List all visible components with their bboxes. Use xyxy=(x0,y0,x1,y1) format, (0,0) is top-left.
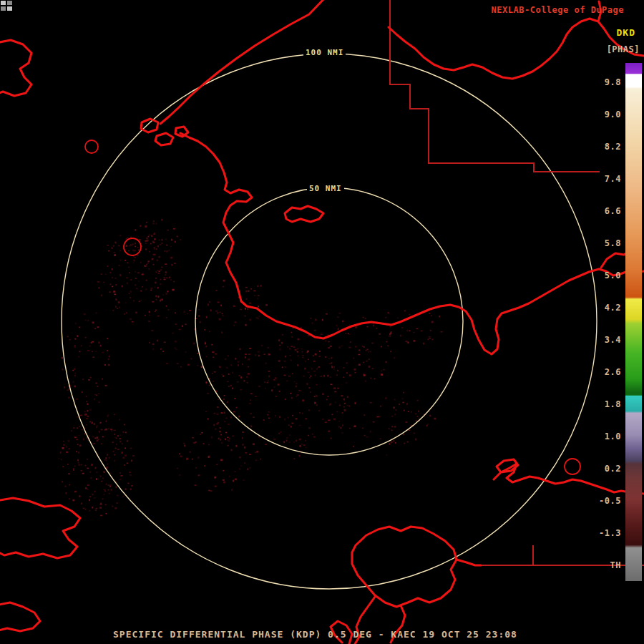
colorbar-tick-label: -0.5 xyxy=(588,496,621,506)
colorbar-tick-label: 9.0 xyxy=(588,109,621,119)
colorbar-tick-label: 7.4 xyxy=(588,174,621,184)
range-rings xyxy=(62,54,597,589)
colorbar-tick-label: 2.6 xyxy=(588,367,621,377)
radar-map-canvas xyxy=(0,0,644,644)
lake-bottom-center xyxy=(331,527,481,644)
radar-display: 100 NMI 50 NMI NEXLAB-College of DuPage … xyxy=(0,0,644,644)
range-ring-50nmi xyxy=(195,187,463,455)
nexlab-logo-icon xyxy=(0,0,13,11)
colorbar-tick-label: 1.0 xyxy=(588,431,621,441)
colorbar-tick-label: 5.8 xyxy=(588,238,621,248)
colorbar-tick-label: 0.2 xyxy=(588,464,621,474)
range-label-50nmi: 50 NMI xyxy=(307,184,344,193)
shore-left-corner xyxy=(0,602,40,631)
river-right-lower xyxy=(494,459,644,494)
colorbar-tick-label: 4.2 xyxy=(588,303,621,313)
shore-left-top xyxy=(0,40,31,96)
colorbar-tick-label: 3.4 xyxy=(588,335,621,345)
echo-speckles xyxy=(59,219,443,516)
colorbar-tick-label: 9.8 xyxy=(588,77,621,87)
coastal-islands xyxy=(141,119,188,145)
small-circle-feature xyxy=(85,140,98,153)
colorbar-tick-label: 5.0 xyxy=(588,270,621,280)
colorbar-tick-label: 6.6 xyxy=(588,206,621,216)
brand-text: NEXLAB-College of DuPage xyxy=(492,5,624,15)
shore-left-bottom xyxy=(0,498,80,558)
small-lake-center xyxy=(285,206,323,222)
colorbar xyxy=(625,63,642,581)
small-circle-feature xyxy=(565,459,580,474)
product-caption: SPECIFIC DIFFERENTIAL PHASE (KDP) 0.5 DE… xyxy=(113,629,517,640)
range-label-100nmi: 100 NMI xyxy=(303,48,346,57)
colorbar-tick-label: 8.2 xyxy=(588,142,621,152)
colorbar-tick-label: -1.3 xyxy=(588,528,621,538)
product-code: DKD xyxy=(617,27,635,38)
colorbar-tick-label: 1.8 xyxy=(588,399,621,409)
product-units: [PHAS] xyxy=(607,44,640,54)
range-ring-100nmi xyxy=(62,54,597,589)
coastline-upper-arc xyxy=(160,0,326,124)
coastline-main xyxy=(180,133,644,354)
coastlines xyxy=(0,0,644,644)
colorbar-tick-label: TH xyxy=(588,560,621,570)
border-stepped-north xyxy=(390,0,600,172)
